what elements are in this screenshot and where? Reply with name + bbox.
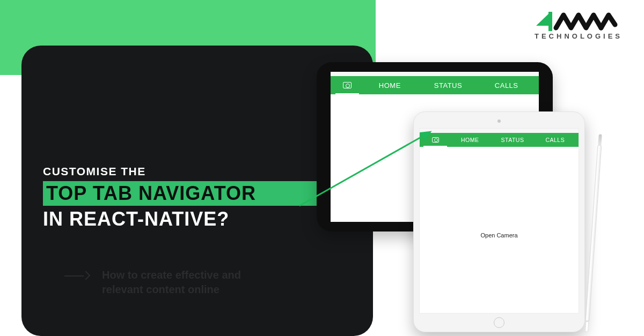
brand-logo-mark	[535, 10, 620, 33]
tab-status[interactable]: STATUS	[419, 76, 478, 94]
tab-calls[interactable]: CALLS	[534, 133, 576, 147]
tab-status-label: STATUS	[501, 137, 524, 143]
tab-calls-label: CALLS	[495, 81, 518, 89]
top-tab-navigator-dark: HOME STATUS CALLS	[331, 76, 539, 94]
tablet-sensor	[497, 120, 501, 123]
tab-camera[interactable]	[334, 76, 361, 94]
stylus-body	[585, 145, 602, 322]
status-strip	[331, 72, 539, 76]
tab-calls[interactable]: CALLS	[477, 76, 536, 94]
tab-calls-label: CALLS	[545, 137, 565, 143]
tab-status-label: STATUS	[434, 81, 462, 89]
camera-icon	[343, 82, 352, 88]
tablet-light: HOME STATUS CALLS Open Camera	[413, 111, 585, 332]
camera-icon	[432, 137, 439, 143]
stylus-nib	[585, 321, 589, 332]
stylus-tip	[598, 134, 602, 146]
tab-camera[interactable]	[422, 133, 449, 147]
tab-home[interactable]: HOME	[361, 76, 419, 94]
tablet-light-screen: HOME STATUS CALLS Open Camera	[419, 128, 579, 313]
screen-center-text: Open Camera	[420, 232, 579, 238]
stylus	[583, 132, 604, 332]
subtext: How to create effective and relevant con…	[102, 268, 284, 297]
arrow-right-icon	[64, 271, 89, 281]
tab-home-label: HOME	[461, 137, 479, 143]
brand-logo-subtext: TECHNOLOGIES	[535, 32, 620, 40]
tab-status[interactable]: STATUS	[491, 133, 533, 147]
subtext-row: How to create effective and relevant con…	[64, 268, 284, 297]
brand-logo: TECHNOLOGIES	[535, 10, 620, 40]
tab-home-label: HOME	[379, 81, 401, 89]
status-strip	[420, 129, 579, 133]
svg-rect-1	[548, 12, 552, 31]
top-tab-navigator-light: HOME STATUS CALLS	[420, 133, 579, 147]
svg-marker-0	[536, 12, 551, 26]
home-button-icon[interactable]	[494, 317, 504, 328]
tab-home[interactable]: HOME	[449, 133, 491, 147]
